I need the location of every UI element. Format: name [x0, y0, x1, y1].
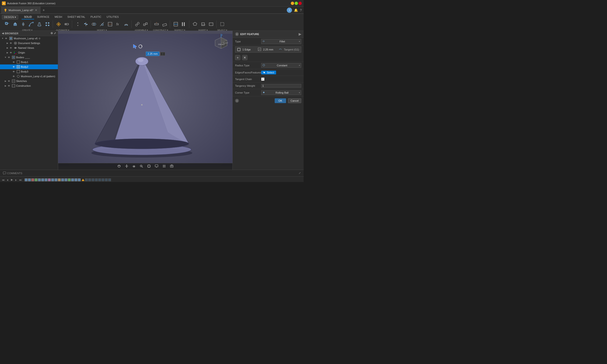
tree-stl[interactable]: 👁 Mushroom_Lamp v1.stl (pattern) [0, 74, 58, 79]
minimize-button[interactable] [291, 2, 294, 5]
comments-expand-icon[interactable]: ⤢ [299, 171, 301, 175]
dimension-menu-icon[interactable]: ⋮ [160, 52, 165, 56]
timeline-item[interactable] [28, 179, 31, 181]
loft-btn[interactable] [36, 20, 43, 28]
doc-settings-eye-icon[interactable]: 👁 [9, 41, 13, 45]
ok-button[interactable]: OK [275, 98, 286, 103]
scale-btn[interactable] [98, 20, 106, 28]
stl-eye-icon[interactable]: 👁 [12, 74, 16, 78]
body1-eye-icon[interactable]: 👁 [12, 60, 16, 64]
timeline-item[interactable] [85, 179, 88, 181]
zoom-extent-icon[interactable] [146, 164, 152, 169]
grid-settings-icon[interactable] [161, 164, 167, 169]
maximize-button[interactable] [295, 2, 298, 5]
timeline-item[interactable] [48, 179, 51, 181]
angle-plane-btn[interactable] [161, 20, 168, 28]
select-edges-button[interactable]: Select [261, 71, 276, 74]
footer-info-icon[interactable]: i [235, 99, 239, 103]
nav-cube[interactable]: Z FRONT RIGHT [212, 33, 230, 52]
root-settings-icon[interactable]: ⚙ [39, 37, 40, 40]
add-edge-button[interactable]: + [235, 55, 240, 60]
revolve-btn[interactable] [19, 20, 27, 28]
tree-body3[interactable]: 👁 Body3 [0, 69, 58, 74]
panel-collapse-icon[interactable]: ▶ [299, 32, 301, 36]
timeline-item[interactable] [92, 179, 94, 181]
tangency-weight-input[interactable] [261, 84, 301, 88]
close-button[interactable] [298, 2, 302, 5]
timeline-item[interactable] [35, 179, 38, 181]
as-built-btn[interactable] [142, 20, 149, 28]
timeline-item[interactable] [65, 179, 67, 181]
origin-eye-icon[interactable]: 👁 [9, 51, 13, 54]
tree-construction[interactable]: ▶ 👁 Construction [0, 83, 58, 88]
sidebar-collapse-icon[interactable]: ◀ [2, 32, 4, 35]
tree-doc-settings[interactable]: ▶ 👁 Document Settings [0, 41, 58, 46]
timeline-item[interactable] [58, 179, 61, 181]
automate-btn[interactable] [63, 20, 70, 28]
timeline-item[interactable] [102, 179, 104, 181]
split-face-btn[interactable] [106, 20, 114, 28]
sketches-eye-icon[interactable]: 👁 [7, 79, 11, 83]
tab-mesh[interactable]: MESH [52, 15, 65, 19]
help-icon[interactable]: ? [300, 8, 302, 12]
zebra-btn[interactable] [180, 20, 188, 28]
tree-body1[interactable]: 👁 Body1 [0, 60, 58, 65]
new-tab-button[interactable]: + [40, 7, 47, 13]
pan-icon[interactable] [124, 164, 130, 169]
timeline-item[interactable] [25, 179, 27, 181]
body3-eye-icon[interactable]: 👁 [12, 70, 16, 74]
tree-body2[interactable]: 👁 Body2 [0, 65, 58, 69]
timeline-next-icon[interactable]: ⏵ [15, 179, 17, 181]
browser-expand-icon[interactable]: ⤢ [54, 32, 56, 35]
tab-close-icon[interactable]: ✕ [35, 9, 37, 12]
timeline-item[interactable] [74, 179, 77, 181]
active-tab[interactable]: Mushroom_Lamp v6* ✕ [1, 7, 40, 13]
timeline-item[interactable] [54, 179, 57, 181]
tab-sheet-metal[interactable]: SHEET METAL [65, 15, 88, 19]
tab-solid[interactable]: SOLID [22, 15, 34, 19]
tab-utilities[interactable]: UTILITIES [104, 15, 121, 19]
timeline-item[interactable] [38, 179, 41, 181]
orbit-icon[interactable] [116, 164, 122, 169]
timeline-item[interactable] [31, 179, 34, 181]
tangent-chain-checkbox[interactable]: ✓ [261, 78, 265, 81]
type-dropdown[interactable]: Fillet ▾ [261, 39, 301, 44]
gen-design-btn[interactable] [55, 20, 62, 28]
insert-svg-btn[interactable]: SVG [199, 20, 207, 28]
sweep-btn[interactable] [27, 20, 35, 28]
new-component-btn[interactable] [3, 20, 11, 28]
notifications-icon[interactable]: 🔔 [294, 8, 298, 12]
tree-sketches[interactable]: ▶ 👁 Sketches [0, 79, 58, 83]
section-analysis-btn[interactable] [172, 20, 180, 28]
offset-plane-btn[interactable] [153, 20, 160, 28]
timeline-item[interactable] [78, 179, 81, 181]
browser-settings-icon[interactable]: ⚙ [51, 32, 53, 35]
timeline-item[interactable] [108, 179, 111, 181]
timeline-start-icon[interactable]: ⏮ [2, 179, 4, 181]
extrude-btn[interactable] [11, 20, 19, 28]
tab-plastic[interactable]: PLASTIC [88, 15, 104, 19]
tab-surface[interactable]: SURFACE [35, 15, 52, 19]
move-btn[interactable] [74, 20, 81, 28]
timeline-item[interactable] [45, 179, 47, 181]
timeline-item[interactable] [51, 179, 54, 181]
timeline-end-icon[interactable]: ⏭ [19, 179, 22, 181]
timeline-marker[interactable] [81, 179, 84, 181]
body2-eye-icon[interactable]: 👁 [12, 65, 16, 69]
display-settings-icon[interactable] [154, 164, 159, 169]
zoom-out-icon[interactable] [138, 164, 144, 169]
remove-edge-button[interactable]: ✕ [242, 55, 247, 60]
select-box-btn[interactable] [218, 20, 226, 28]
timeline-item[interactable] [68, 179, 71, 181]
dimension-value[interactable]: 2.25 mm [146, 52, 159, 56]
corner-type-dropdown[interactable]: Rolling Ball ▾ [261, 90, 301, 95]
named-views-eye-icon[interactable]: 👁 [9, 46, 13, 50]
tree-origin[interactable]: ▶ 👁 Origin [0, 50, 58, 55]
bodies-eye-icon[interactable]: 👁 [7, 55, 11, 59]
timeline-item[interactable] [71, 179, 74, 181]
joint-btn[interactable] [134, 20, 141, 28]
tree-named-views[interactable]: ▶ 👁 Named Views [0, 46, 58, 50]
timeline-item[interactable] [98, 179, 101, 181]
design-dropdown[interactable]: DESIGN ▾ [2, 15, 18, 19]
pattern-btn[interactable] [44, 20, 51, 28]
